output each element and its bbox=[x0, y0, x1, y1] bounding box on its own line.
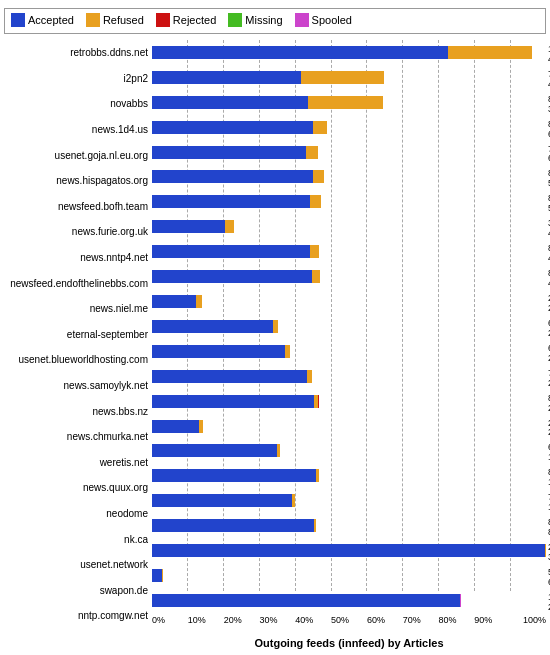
y-label: eternal-september bbox=[4, 329, 152, 340]
x-axis: 0%10%20%30%40%50%60%70%80%90%100% bbox=[152, 613, 546, 635]
legend-item: Accepted bbox=[11, 13, 74, 27]
x-tick: 60% bbox=[367, 615, 403, 625]
bar-segment-refused bbox=[310, 195, 321, 208]
x-tick: 40% bbox=[295, 615, 331, 625]
bar-segment-accepted bbox=[152, 295, 196, 308]
x-tick: 20% bbox=[224, 615, 260, 625]
bar-track: 7957238 bbox=[152, 370, 546, 383]
bar-row: 76134251 bbox=[152, 65, 546, 90]
bars-and-labels: 1517242607613425180063806823769578646278… bbox=[152, 40, 546, 651]
bar-segment-accepted bbox=[152, 71, 301, 84]
y-label: weretis.net bbox=[4, 457, 152, 468]
y-label: usenet.blueworldhosting.com bbox=[4, 354, 152, 365]
bar-segment-accepted bbox=[152, 220, 225, 233]
bar-segment-accepted bbox=[152, 195, 310, 208]
bar-row: 6197265 bbox=[152, 314, 546, 339]
legend-label: Accepted bbox=[28, 14, 74, 26]
bar-segment-refused bbox=[448, 46, 531, 59]
bar-track: 3718461 bbox=[152, 220, 546, 233]
bar-segment-refused bbox=[306, 146, 318, 159]
bar-segment-accepted bbox=[152, 594, 460, 607]
y-labels: retrobbs.ddns.neti2pn2novabbsnews.1d4.us… bbox=[4, 40, 152, 651]
x-tick: 30% bbox=[259, 615, 295, 625]
bar-segment-accepted bbox=[152, 345, 285, 358]
bar-segment-accepted bbox=[152, 420, 199, 433]
bar-segment-refused bbox=[316, 469, 319, 482]
bar-segment-refused bbox=[313, 170, 324, 183]
y-label: news.furie.org.uk bbox=[4, 226, 152, 237]
bars-rows: 1517242607613425180063806823769578646278… bbox=[152, 40, 546, 613]
x-tick: 10% bbox=[188, 615, 224, 625]
bar-segment-rejected bbox=[318, 395, 319, 408]
bar-row: 8285230 bbox=[152, 389, 546, 414]
bar-track: 2016439 bbox=[152, 544, 546, 557]
bar-segment-refused bbox=[301, 71, 384, 84]
y-label: news.nntp4.net bbox=[4, 252, 152, 263]
legend-item: Spooled bbox=[295, 13, 352, 27]
y-label: newsfeed.bofh.team bbox=[4, 201, 152, 212]
bar-track: 157632 bbox=[152, 594, 546, 607]
bar-row: 2269294 bbox=[152, 289, 546, 314]
bar-segment-refused bbox=[310, 245, 319, 258]
bar-segment-refused bbox=[545, 544, 546, 557]
bar-row: 2388229 bbox=[152, 414, 546, 439]
legend-color-box bbox=[295, 13, 309, 27]
bar-segment-refused bbox=[312, 270, 320, 283]
y-label: news.samoylyk.net bbox=[4, 380, 152, 391]
bar-row: 8088458 bbox=[152, 239, 546, 264]
chart-area: retrobbs.ddns.neti2pn2novabbsnews.1d4.us… bbox=[4, 40, 546, 651]
bar-row: 6401172 bbox=[152, 439, 546, 464]
y-label: news.hispagatos.org bbox=[4, 175, 152, 186]
bar-track: 831080 bbox=[152, 519, 546, 532]
bar-row: 8221570 bbox=[152, 165, 546, 190]
y-label: neodome bbox=[4, 508, 152, 519]
bar-segment-accepted bbox=[152, 46, 448, 59]
y-label: retrobbs.ddns.net bbox=[4, 47, 152, 58]
bar-segment-refused bbox=[273, 320, 278, 333]
bar-row: 7163159 bbox=[152, 488, 546, 513]
bar-segment-accepted bbox=[152, 469, 316, 482]
bar-row: 151724260 bbox=[152, 40, 546, 65]
bar-track: 2388229 bbox=[152, 420, 546, 433]
bar-row: 5306 bbox=[152, 563, 546, 588]
legend-item: Rejected bbox=[156, 13, 216, 27]
bar-track: 2269294 bbox=[152, 295, 546, 308]
bar-row: 8381162 bbox=[152, 463, 546, 488]
bar-row: 7957238 bbox=[152, 364, 546, 389]
bar-row: 8085545 bbox=[152, 189, 546, 214]
x-tick: 0% bbox=[152, 615, 188, 625]
bar-row: 2016439 bbox=[152, 538, 546, 563]
bar-track: 8085545 bbox=[152, 195, 546, 208]
bar-row: 8237695 bbox=[152, 115, 546, 140]
bar-segment-accepted bbox=[152, 146, 306, 159]
bar-row: 831080 bbox=[152, 513, 546, 538]
bar-segment-accepted bbox=[152, 320, 273, 333]
bar-segment-refused bbox=[292, 494, 295, 507]
legend-label: Missing bbox=[245, 14, 282, 26]
bar-track: 6832256 bbox=[152, 345, 546, 358]
bar-track: 8221570 bbox=[152, 170, 546, 183]
x-tick: 100% bbox=[510, 615, 546, 625]
bar-segment-refused bbox=[277, 444, 280, 457]
y-label: usenet.network bbox=[4, 559, 152, 570]
bar-segment-refused bbox=[313, 121, 327, 134]
bar-track: 8199400 bbox=[152, 270, 546, 283]
legend-label: Rejected bbox=[173, 14, 216, 26]
bar-segment-accepted bbox=[152, 245, 310, 258]
bar-row: 80063806 bbox=[152, 90, 546, 115]
bar-segment-accepted bbox=[152, 270, 312, 283]
y-label: news.1d4.us bbox=[4, 124, 152, 135]
bar-segment-refused bbox=[285, 345, 290, 358]
bar-track: 8285230 bbox=[152, 395, 546, 408]
bar-row: 6832256 bbox=[152, 339, 546, 364]
bar-segment-refused bbox=[196, 295, 202, 308]
bar-track: 8237695 bbox=[152, 121, 546, 134]
bar-track: 76134251 bbox=[152, 71, 546, 84]
bar-segment-accepted bbox=[152, 395, 314, 408]
legend-color-box bbox=[156, 13, 170, 27]
bar-segment-accepted bbox=[152, 170, 313, 183]
legend: AcceptedRefusedRejectedMissingSpooled bbox=[4, 8, 546, 34]
legend-color-box bbox=[11, 13, 25, 27]
bar-row: 8199400 bbox=[152, 264, 546, 289]
x-tick: 70% bbox=[403, 615, 439, 625]
